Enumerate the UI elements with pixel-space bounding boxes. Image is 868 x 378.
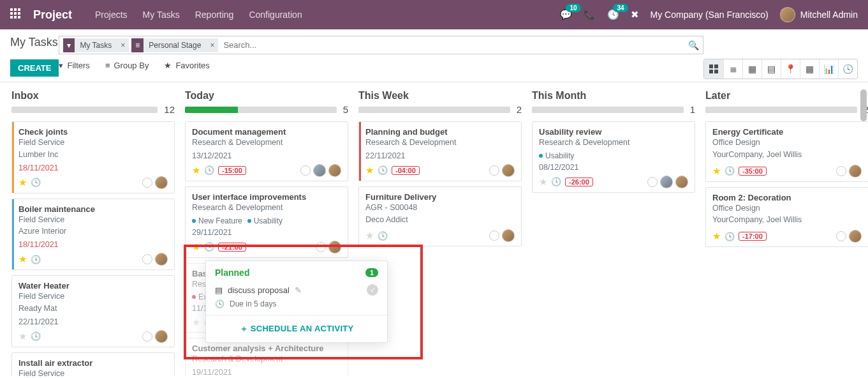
card-title: Usability review [539, 127, 688, 137]
nav-projects[interactable]: Projects [95, 10, 128, 20]
tag: New Feature [192, 216, 242, 225]
nav-my-tasks[interactable]: My Tasks [143, 10, 180, 20]
view-calendar[interactable]: ▦ [742, 59, 761, 79]
card-title: Customer analysis + Architecture [192, 344, 341, 353]
scrollbar-thumb[interactable] [860, 89, 867, 121]
svg-rect-0 [10, 8, 13, 11]
view-graph[interactable]: 📊 [819, 59, 838, 79]
assignee-avatar[interactable] [502, 229, 515, 242]
app-name: Project [33, 8, 72, 22]
state-toggle[interactable] [647, 177, 658, 187]
search-icon[interactable]: 🔍 [688, 40, 699, 50]
task-card[interactable]: Usability review Research & Development … [532, 121, 695, 193]
view-switcher: ≣ ▦ ▤ 📍 ▦ 📊 🕓 [703, 59, 858, 79]
priority-star[interactable]: ★ [539, 176, 547, 188]
edit-icon[interactable]: ✎ [295, 285, 302, 295]
activities-button[interactable]: 🕓 34 [607, 9, 619, 20]
task-card[interactable]: Planning and budget Research & Developme… [358, 121, 522, 181]
task-card[interactable]: Customer analysis + Architecture Researc… [185, 338, 348, 376]
priority-star[interactable]: ★ [365, 230, 374, 241]
hours-pill: -26:00 [565, 178, 593, 186]
priority-star[interactable]: ★ [712, 165, 721, 177]
task-card[interactable]: User interface improvements Research & D… [185, 186, 348, 258]
priority-star[interactable]: ★ [18, 253, 27, 265]
priority-star[interactable]: ★ [18, 177, 27, 188]
nav-configuration[interactable]: Configuration [249, 10, 302, 20]
card-project: Research & Development [539, 137, 688, 149]
filter-tag-remove[interactable]: × [117, 38, 129, 52]
state-toggle[interactable] [489, 165, 499, 176]
star-icon: ★ [164, 61, 172, 70]
view-gantt[interactable]: ▤ [761, 59, 781, 79]
phone-icon[interactable]: 📞 [584, 9, 596, 20]
kanban-board: Inbox 12 Check joints Field Service Lumb… [0, 82, 868, 376]
assignee-avatar[interactable] [155, 253, 168, 266]
schedule-activity-button[interactable]: ＋ SCHEDULE AN ACTIVITY [206, 315, 387, 342]
state-toggle[interactable] [142, 254, 152, 264]
state-toggle[interactable] [142, 331, 152, 342]
nav-reporting[interactable]: Reporting [195, 10, 234, 20]
svg-rect-11 [709, 70, 713, 73]
assignee-avatar[interactable] [849, 165, 862, 178]
filter-tag-label: My Tasks [75, 38, 117, 52]
assignee-avatar[interactable] [313, 164, 326, 177]
assignee-avatar[interactable] [849, 230, 862, 243]
assignee-avatar[interactable] [502, 164, 515, 177]
search-input[interactable] [221, 38, 686, 52]
svg-rect-5 [18, 12, 20, 15]
view-map[interactable]: 📍 [781, 59, 800, 79]
user-menu[interactable]: Mitchell Admin [780, 7, 858, 22]
group-tag-remove[interactable]: × [206, 38, 218, 52]
task-card[interactable]: Check joints Field Service Lumber Inc 18… [11, 121, 175, 193]
task-card[interactable]: Room 2: Decoration Office Design YourCom… [705, 187, 868, 248]
breadcrumb: My Tasks [10, 36, 59, 49]
column-title: Later [705, 90, 868, 102]
task-card[interactable]: Boiler maintenance Field Service Azure I… [11, 199, 175, 271]
mark-done-button[interactable]: ✓ [367, 284, 378, 296]
task-card[interactable]: Energy Certificate Office Design YourCom… [705, 121, 868, 182]
state-toggle[interactable] [836, 231, 846, 241]
priority-star[interactable]: ★ [365, 165, 374, 176]
task-card[interactable]: Install air extractor Field Service Deco… [11, 352, 175, 377]
task-card[interactable]: Document management Research & Developme… [185, 121, 348, 181]
search-bar[interactable]: ▾ My Tasks × ≡ Personal Stage × 🔍 [59, 36, 703, 54]
view-list[interactable]: ≣ [723, 59, 742, 79]
filter-tag-my-tasks: ▾ My Tasks × [63, 38, 129, 52]
clock-icon[interactable]: 🕓 [204, 242, 214, 252]
state-toggle[interactable] [316, 242, 326, 252]
task-card[interactable]: Furniture Delivery AGR - S00048 Deco Add… [358, 186, 522, 247]
view-activity[interactable]: 🕓 [838, 59, 857, 79]
view-kanban[interactable] [704, 59, 723, 79]
card-customer: Ready Mat [18, 303, 168, 315]
groupby-button[interactable]: ≡Group By [105, 61, 149, 70]
priority-star[interactable]: ★ [192, 165, 200, 176]
state-toggle[interactable] [836, 166, 846, 176]
state-toggle[interactable] [300, 165, 311, 176]
messages-button[interactable]: 💬 10 [560, 9, 572, 20]
favorites-button[interactable]: ★Favorites [164, 61, 209, 70]
assignee-avatar[interactable] [328, 241, 341, 253]
assignee-avatar[interactable] [328, 164, 341, 177]
task-card[interactable]: Water Heater Field Service Ready Mat 22/… [11, 275, 175, 347]
priority-star[interactable]: ★ [192, 317, 200, 328]
create-button[interactable]: CREATE [10, 59, 59, 77]
state-toggle[interactable] [489, 231, 499, 241]
company-selector[interactable]: My Company (San Francisco) [651, 10, 769, 20]
tools-icon[interactable]: ✖ [631, 9, 639, 20]
view-pivot[interactable]: ▦ [800, 59, 819, 79]
card-title: Furniture Delivery [365, 192, 515, 202]
assignee-avatar[interactable] [155, 176, 168, 189]
filters-button[interactable]: ▾Filters [59, 61, 89, 70]
assignee-avatar[interactable] [675, 176, 688, 188]
assignee-avatar[interactable] [660, 176, 673, 188]
apps-icon[interactable] [10, 8, 20, 22]
priority-star[interactable]: ★ [192, 241, 200, 253]
state-toggle[interactable] [142, 178, 152, 188]
column-count: 2 [517, 104, 522, 115]
column-count: 1 [690, 104, 695, 115]
card-customer: YourCompany, Joel Willis [712, 214, 862, 226]
assignee-avatar[interactable] [155, 330, 168, 343]
priority-star[interactable]: ★ [712, 231, 721, 242]
hours-pill: -17:00 [739, 232, 767, 241]
priority-star[interactable]: ★ [18, 331, 27, 342]
